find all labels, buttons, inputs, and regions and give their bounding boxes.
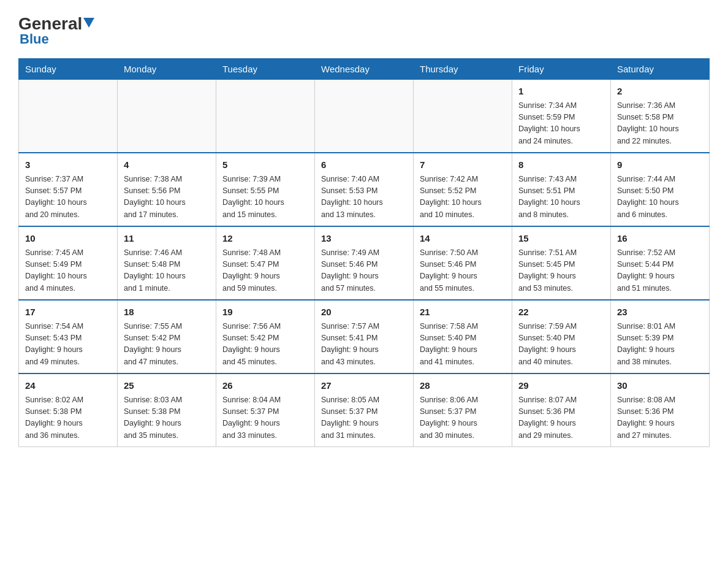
day-number: 6 bbox=[321, 158, 407, 172]
day-of-week-header: Sunday bbox=[19, 59, 118, 80]
calendar-cell: 21Sunrise: 7:58 AM Sunset: 5:40 PM Dayli… bbox=[414, 300, 512, 373]
day-info: Sunrise: 7:40 AM Sunset: 5:53 PM Dayligh… bbox=[321, 174, 407, 221]
calendar-cell bbox=[216, 80, 315, 153]
calendar-cell: 12Sunrise: 7:48 AM Sunset: 5:47 PM Dayli… bbox=[216, 226, 315, 300]
day-number: 23 bbox=[617, 305, 703, 320]
calendar-cell bbox=[118, 80, 216, 153]
calendar-cell: 25Sunrise: 8:03 AM Sunset: 5:38 PM Dayli… bbox=[118, 373, 216, 447]
day-number: 7 bbox=[420, 158, 506, 172]
day-number: 2 bbox=[617, 85, 703, 99]
calendar-cell: 29Sunrise: 8:07 AM Sunset: 5:36 PM Dayli… bbox=[512, 373, 611, 447]
day-number: 14 bbox=[420, 232, 506, 246]
calendar-cell: 24Sunrise: 8:02 AM Sunset: 5:38 PM Dayli… bbox=[19, 373, 118, 447]
day-number: 30 bbox=[617, 379, 703, 393]
logo: General Blue bbox=[18, 12, 94, 47]
day-info: Sunrise: 7:36 AM Sunset: 5:58 PM Dayligh… bbox=[617, 100, 703, 148]
day-info: Sunrise: 7:44 AM Sunset: 5:50 PM Dayligh… bbox=[617, 174, 703, 221]
calendar-cell: 8Sunrise: 7:43 AM Sunset: 5:51 PM Daylig… bbox=[512, 153, 611, 226]
day-number: 5 bbox=[222, 158, 308, 172]
day-info: Sunrise: 7:39 AM Sunset: 5:55 PM Dayligh… bbox=[222, 174, 308, 221]
calendar-cell: 27Sunrise: 8:05 AM Sunset: 5:37 PM Dayli… bbox=[315, 373, 414, 447]
week-row: 10Sunrise: 7:45 AM Sunset: 5:49 PM Dayli… bbox=[19, 226, 710, 300]
week-row: 1Sunrise: 7:34 AM Sunset: 5:59 PM Daylig… bbox=[19, 80, 710, 153]
day-info: Sunrise: 7:51 AM Sunset: 5:45 PM Dayligh… bbox=[518, 247, 604, 295]
day-info: Sunrise: 7:54 AM Sunset: 5:43 PM Dayligh… bbox=[25, 321, 111, 369]
calendar-cell: 13Sunrise: 7:49 AM Sunset: 5:46 PM Dayli… bbox=[315, 226, 414, 300]
day-info: Sunrise: 7:42 AM Sunset: 5:52 PM Dayligh… bbox=[420, 174, 506, 221]
day-number: 22 bbox=[518, 305, 604, 320]
day-number: 20 bbox=[321, 305, 407, 320]
day-number: 1 bbox=[518, 85, 604, 99]
day-of-week-header: Wednesday bbox=[315, 59, 414, 80]
calendar-cell: 11Sunrise: 7:46 AM Sunset: 5:48 PM Dayli… bbox=[118, 226, 216, 300]
day-info: Sunrise: 8:05 AM Sunset: 5:37 PM Dayligh… bbox=[321, 394, 407, 442]
day-number: 3 bbox=[25, 158, 111, 172]
day-number: 29 bbox=[518, 379, 604, 393]
day-number: 24 bbox=[25, 379, 111, 393]
day-info: Sunrise: 8:07 AM Sunset: 5:36 PM Dayligh… bbox=[518, 394, 604, 442]
logo-triangle-icon bbox=[83, 18, 94, 28]
day-info: Sunrise: 7:37 AM Sunset: 5:57 PM Dayligh… bbox=[25, 174, 111, 221]
day-info: Sunrise: 8:06 AM Sunset: 5:37 PM Dayligh… bbox=[420, 394, 506, 442]
day-of-week-header: Thursday bbox=[414, 59, 512, 80]
day-number: 26 bbox=[222, 379, 308, 393]
day-info: Sunrise: 7:52 AM Sunset: 5:44 PM Dayligh… bbox=[617, 247, 703, 295]
day-info: Sunrise: 7:45 AM Sunset: 5:49 PM Dayligh… bbox=[25, 247, 111, 295]
day-number: 25 bbox=[124, 379, 210, 393]
day-info: Sunrise: 7:57 AM Sunset: 5:41 PM Dayligh… bbox=[321, 321, 407, 369]
calendar-table: SundayMondayTuesdayWednesdayThursdayFrid… bbox=[18, 58, 710, 447]
logo-main: General bbox=[18, 15, 94, 33]
week-row: 3Sunrise: 7:37 AM Sunset: 5:57 PM Daylig… bbox=[19, 153, 710, 226]
day-of-week-header: Tuesday bbox=[216, 59, 315, 80]
logo-sub: Blue bbox=[20, 31, 49, 47]
day-info: Sunrise: 7:59 AM Sunset: 5:40 PM Dayligh… bbox=[518, 321, 604, 369]
day-info: Sunrise: 7:48 AM Sunset: 5:47 PM Dayligh… bbox=[222, 247, 308, 295]
calendar-cell: 15Sunrise: 7:51 AM Sunset: 5:45 PM Dayli… bbox=[512, 226, 611, 300]
day-info: Sunrise: 7:46 AM Sunset: 5:48 PM Dayligh… bbox=[124, 247, 210, 295]
day-info: Sunrise: 7:49 AM Sunset: 5:46 PM Dayligh… bbox=[321, 247, 407, 295]
calendar-cell: 20Sunrise: 7:57 AM Sunset: 5:41 PM Dayli… bbox=[315, 300, 414, 373]
calendar-cell: 22Sunrise: 7:59 AM Sunset: 5:40 PM Dayli… bbox=[512, 300, 611, 373]
calendar-cell: 9Sunrise: 7:44 AM Sunset: 5:50 PM Daylig… bbox=[611, 153, 710, 226]
calendar-cell: 30Sunrise: 8:08 AM Sunset: 5:36 PM Dayli… bbox=[611, 373, 710, 447]
week-row: 17Sunrise: 7:54 AM Sunset: 5:43 PM Dayli… bbox=[19, 300, 710, 373]
calendar-cell: 3Sunrise: 7:37 AM Sunset: 5:57 PM Daylig… bbox=[19, 153, 118, 226]
page-header: General Blue bbox=[18, 12, 710, 47]
calendar-cell: 28Sunrise: 8:06 AM Sunset: 5:37 PM Dayli… bbox=[414, 373, 512, 447]
day-info: Sunrise: 8:01 AM Sunset: 5:39 PM Dayligh… bbox=[617, 321, 703, 369]
day-number: 21 bbox=[420, 305, 506, 320]
calendar-cell: 4Sunrise: 7:38 AM Sunset: 5:56 PM Daylig… bbox=[118, 153, 216, 226]
day-number: 8 bbox=[518, 158, 604, 172]
day-info: Sunrise: 8:04 AM Sunset: 5:37 PM Dayligh… bbox=[222, 394, 308, 442]
day-number: 12 bbox=[222, 232, 308, 246]
day-number: 4 bbox=[124, 158, 210, 172]
calendar-cell: 23Sunrise: 8:01 AM Sunset: 5:39 PM Dayli… bbox=[611, 300, 710, 373]
calendar-cell bbox=[315, 80, 414, 153]
day-number: 28 bbox=[420, 379, 506, 393]
day-info: Sunrise: 7:38 AM Sunset: 5:56 PM Dayligh… bbox=[124, 174, 210, 221]
day-info: Sunrise: 7:43 AM Sunset: 5:51 PM Dayligh… bbox=[518, 174, 604, 221]
calendar-cell: 26Sunrise: 8:04 AM Sunset: 5:37 PM Dayli… bbox=[216, 373, 315, 447]
day-info: Sunrise: 8:02 AM Sunset: 5:38 PM Dayligh… bbox=[25, 394, 111, 442]
calendar-cell: 10Sunrise: 7:45 AM Sunset: 5:49 PM Dayli… bbox=[19, 226, 118, 300]
calendar-cell: 17Sunrise: 7:54 AM Sunset: 5:43 PM Dayli… bbox=[19, 300, 118, 373]
day-number: 10 bbox=[25, 232, 111, 246]
calendar-cell bbox=[414, 80, 512, 153]
day-info: Sunrise: 7:55 AM Sunset: 5:42 PM Dayligh… bbox=[124, 321, 210, 369]
calendar-cell: 7Sunrise: 7:42 AM Sunset: 5:52 PM Daylig… bbox=[414, 153, 512, 226]
day-number: 16 bbox=[617, 232, 703, 246]
calendar-cell: 14Sunrise: 7:50 AM Sunset: 5:46 PM Dayli… bbox=[414, 226, 512, 300]
calendar-cell: 2Sunrise: 7:36 AM Sunset: 5:58 PM Daylig… bbox=[611, 80, 710, 153]
day-info: Sunrise: 7:34 AM Sunset: 5:59 PM Dayligh… bbox=[518, 100, 604, 148]
calendar-cell: 18Sunrise: 7:55 AM Sunset: 5:42 PM Dayli… bbox=[118, 300, 216, 373]
day-number: 27 bbox=[321, 379, 407, 393]
calendar-cell: 16Sunrise: 7:52 AM Sunset: 5:44 PM Dayli… bbox=[611, 226, 710, 300]
day-info: Sunrise: 8:03 AM Sunset: 5:38 PM Dayligh… bbox=[124, 394, 210, 442]
day-number: 15 bbox=[518, 232, 604, 246]
calendar-cell bbox=[19, 80, 118, 153]
calendar-cell: 5Sunrise: 7:39 AM Sunset: 5:55 PM Daylig… bbox=[216, 153, 315, 226]
day-info: Sunrise: 8:08 AM Sunset: 5:36 PM Dayligh… bbox=[617, 394, 703, 442]
calendar-cell: 1Sunrise: 7:34 AM Sunset: 5:59 PM Daylig… bbox=[512, 80, 611, 153]
day-number: 19 bbox=[222, 305, 308, 320]
day-info: Sunrise: 7:50 AM Sunset: 5:46 PM Dayligh… bbox=[420, 247, 506, 295]
